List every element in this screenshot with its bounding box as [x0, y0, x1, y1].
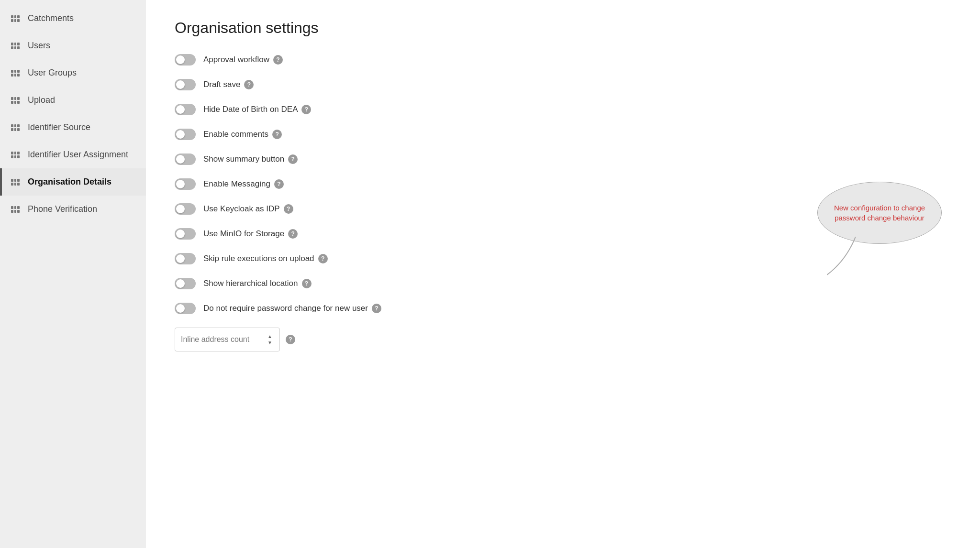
sidebar-icon-phone-verification	[10, 206, 21, 213]
sidebar-label-users: Users	[28, 41, 50, 51]
callout-tail-svg	[827, 237, 923, 280]
setting-label-hide-dob: Hide Date of Birth on DEA?	[203, 105, 311, 114]
toggle-use-keycloak[interactable]	[175, 203, 196, 215]
setting-label-show-summary: Show summary button?	[203, 154, 298, 164]
setting-label-use-minio: Use MinIO for Storage?	[203, 229, 298, 239]
inline-address-row: ▲ ▼ ?	[175, 328, 951, 351]
toggle-draft-save[interactable]	[175, 79, 196, 90]
help-icon-enable-messaging[interactable]: ?	[274, 179, 284, 189]
page-title: Organisation settings	[175, 19, 951, 37]
setting-row-draft-save: Draft save?	[175, 79, 951, 90]
sidebar-item-upload[interactable]: Upload	[0, 87, 146, 114]
toggle-enable-comments[interactable]	[175, 129, 196, 140]
sidebar-label-user-groups: User Groups	[28, 68, 77, 78]
sidebar-icon-catchments	[10, 15, 21, 22]
help-icon-skip-rule[interactable]: ?	[318, 254, 328, 263]
sidebar-icon-identifier-source	[10, 124, 21, 131]
spinner-down[interactable]: ▼	[266, 340, 274, 346]
sidebar-item-identifier-user-assignment[interactable]: Identifier User Assignment	[0, 141, 146, 168]
callout-bubble: New configuration to change password cha…	[817, 182, 942, 244]
help-icon-hide-dob[interactable]: ?	[301, 105, 311, 114]
setting-label-enable-messaging: Enable Messaging?	[203, 179, 284, 189]
sidebar-item-users[interactable]: Users	[0, 32, 146, 59]
toggle-hide-dob[interactable]	[175, 104, 196, 115]
sidebar-item-catchments[interactable]: Catchments	[0, 5, 146, 32]
main-content: Organisation settings Approval workflow?…	[146, 0, 980, 548]
setting-row-show-summary: Show summary button?	[175, 153, 951, 165]
help-icon-use-keycloak[interactable]: ?	[284, 204, 293, 214]
sidebar-icon-identifier-user-assignment	[10, 152, 21, 158]
sidebar-label-identifier-source: Identifier Source	[28, 122, 90, 132]
toggle-approval-workflow[interactable]	[175, 54, 196, 66]
setting-label-skip-rule: Skip rule executions on upload?	[203, 254, 328, 263]
spinner-buttons[interactable]: ▲ ▼	[266, 334, 274, 346]
help-icon-draft-save[interactable]: ?	[244, 80, 254, 89]
inline-address-input-wrapper[interactable]: ▲ ▼	[175, 328, 280, 351]
setting-row-no-password-change: Do not require password change for new u…	[175, 303, 951, 314]
toggle-use-minio[interactable]	[175, 228, 196, 240]
help-icon-no-password-change[interactable]: ?	[372, 304, 381, 313]
sidebar-icon-users	[10, 43, 21, 49]
sidebar-item-user-groups[interactable]: User Groups	[0, 59, 146, 87]
setting-label-show-hierarchical: Show hierarchical location?	[203, 279, 312, 288]
spinner-up[interactable]: ▲	[266, 334, 274, 340]
inline-address-input[interactable]	[181, 335, 266, 344]
sidebar-item-organisation-details[interactable]: Organisation Details	[0, 168, 146, 196]
setting-row-enable-comments: Enable comments?	[175, 129, 951, 140]
inline-address-help-icon[interactable]: ?	[286, 335, 295, 344]
toggle-no-password-change[interactable]	[175, 303, 196, 314]
sidebar-icon-user-groups	[10, 70, 21, 77]
help-icon-enable-comments[interactable]: ?	[272, 130, 282, 139]
callout-container: New configuration to change password cha…	[817, 182, 942, 244]
setting-label-use-keycloak: Use Keycloak as IDP?	[203, 204, 293, 214]
sidebar-label-catchments: Catchments	[28, 13, 74, 23]
setting-label-approval-workflow: Approval workflow?	[203, 55, 283, 65]
callout-text: New configuration to change password cha…	[827, 203, 932, 223]
setting-row-hide-dob: Hide Date of Birth on DEA?	[175, 104, 951, 115]
toggle-enable-messaging[interactable]	[175, 178, 196, 190]
sidebar-icon-upload	[10, 97, 21, 104]
help-icon-use-minio[interactable]: ?	[288, 229, 298, 239]
sidebar-label-identifier-user-assignment: Identifier User Assignment	[28, 150, 128, 160]
sidebar-item-phone-verification[interactable]: Phone Verification	[0, 196, 146, 223]
toggle-show-summary[interactable]	[175, 153, 196, 165]
sidebar-label-upload: Upload	[28, 95, 55, 105]
setting-label-no-password-change: Do not require password change for new u…	[203, 304, 381, 313]
toggle-show-hierarchical[interactable]	[175, 278, 196, 289]
sidebar-icon-organisation-details	[10, 179, 21, 186]
setting-label-enable-comments: Enable comments?	[203, 130, 282, 139]
sidebar: CatchmentsUsersUser GroupsUploadIdentifi…	[0, 0, 146, 548]
help-icon-approval-workflow[interactable]: ?	[273, 55, 283, 65]
setting-label-draft-save: Draft save?	[203, 80, 254, 89]
toggle-skip-rule[interactable]	[175, 253, 196, 264]
sidebar-label-organisation-details: Organisation Details	[28, 177, 111, 187]
setting-row-approval-workflow: Approval workflow?	[175, 54, 951, 66]
help-icon-show-hierarchical[interactable]: ?	[302, 279, 312, 288]
sidebar-label-phone-verification: Phone Verification	[28, 204, 97, 214]
help-icon-show-summary[interactable]: ?	[288, 154, 298, 164]
sidebar-item-identifier-source[interactable]: Identifier Source	[0, 114, 146, 141]
